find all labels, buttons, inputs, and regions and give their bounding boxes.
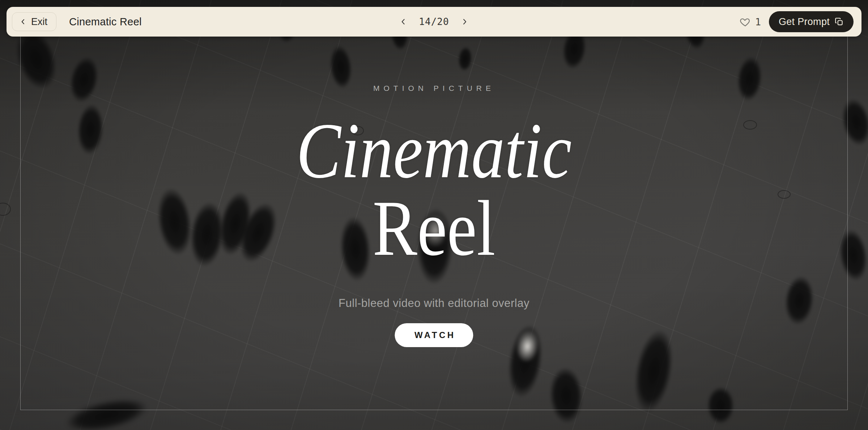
watch-button-label: WATCH bbox=[412, 330, 455, 340]
copy-icon bbox=[834, 17, 844, 26]
chevron-left-icon bbox=[399, 18, 407, 26]
chevron-left-icon bbox=[20, 18, 27, 25]
person-silhouette bbox=[731, 49, 768, 108]
person-silhouette bbox=[622, 315, 685, 426]
person-silhouette bbox=[324, 38, 357, 95]
person-silhouette bbox=[832, 220, 868, 290]
chevron-right-icon bbox=[461, 18, 469, 26]
get-prompt-button-label: Get Prompt bbox=[779, 16, 830, 28]
get-prompt-button[interactable]: Get Prompt bbox=[769, 11, 854, 32]
exit-button[interactable]: Exit bbox=[12, 12, 56, 31]
next-slide-button[interactable] bbox=[459, 16, 471, 28]
pagination-counter: 14/20 bbox=[419, 16, 449, 27]
floor-ring bbox=[0, 203, 11, 216]
floor-ring bbox=[743, 120, 757, 130]
person-silhouette bbox=[703, 382, 738, 429]
floor-ring bbox=[778, 190, 791, 199]
previous-slide-button[interactable] bbox=[397, 16, 409, 28]
person-silhouette bbox=[333, 207, 377, 291]
person-silhouette bbox=[410, 198, 459, 295]
person-silhouette bbox=[833, 89, 868, 155]
person-silhouette bbox=[52, 388, 161, 430]
exit-button-label: Exit bbox=[31, 16, 47, 28]
likes-group[interactable]: 1 bbox=[740, 16, 761, 28]
toolbar-right-group: 1 Get Prompt bbox=[740, 7, 854, 37]
pagination: 14/20 bbox=[397, 7, 471, 37]
watch-button[interactable]: WATCH bbox=[395, 323, 473, 347]
like-count: 1 bbox=[755, 16, 761, 28]
person-silhouette bbox=[498, 312, 552, 410]
background-photo bbox=[0, 0, 868, 430]
toolbar-left-group: Exit Cinematic Reel bbox=[12, 7, 142, 37]
slide-viewer: MOTION PICTURE Cinematic Reel Full-bleed… bbox=[0, 0, 868, 430]
top-toolbar: Exit Cinematic Reel 14/20 1 bbox=[7, 7, 861, 37]
person-silhouette bbox=[778, 268, 820, 333]
floor-ring bbox=[352, 126, 364, 135]
page-title: Cinematic Reel bbox=[69, 16, 142, 28]
heart-outline-icon[interactable] bbox=[740, 16, 751, 28]
person-silhouette bbox=[544, 359, 589, 430]
person-silhouette bbox=[455, 43, 475, 75]
